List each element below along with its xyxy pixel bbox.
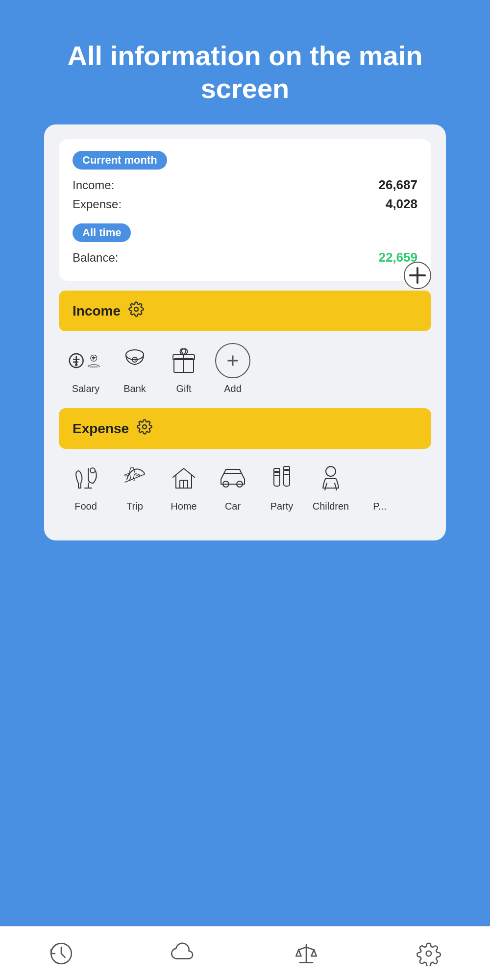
expense-item-party[interactable]: Party	[260, 461, 304, 512]
income-section-header: Income	[59, 291, 431, 331]
expense-label: Expense:	[73, 197, 122, 211]
food-icon	[68, 461, 103, 496]
income-value: 26,687	[378, 177, 417, 193]
svg-point-4	[75, 364, 77, 366]
svg-line-34	[325, 483, 327, 490]
party-label: Party	[270, 501, 294, 512]
svg-point-2	[134, 307, 138, 311]
svg-rect-27	[274, 471, 280, 486]
nav-settings[interactable]	[416, 941, 441, 966]
expense-gear-icon[interactable]	[137, 419, 152, 438]
bottom-nav	[0, 926, 490, 980]
income-label: Income:	[73, 178, 114, 192]
svg-point-33	[326, 466, 336, 476]
nav-history[interactable]	[49, 941, 74, 966]
gift-icon	[166, 343, 201, 378]
main-card: Current month Income: 26,687 Expense: 4,…	[44, 124, 446, 540]
nav-cloud[interactable]	[171, 941, 196, 966]
expense-item-children[interactable]: Children	[309, 461, 353, 512]
expense-item-food[interactable]: Food	[64, 461, 108, 512]
income-item-gift[interactable]: Gift	[162, 343, 206, 394]
balance-row: Balance: 22,659	[73, 250, 417, 265]
expense-section-title: Expense	[73, 421, 129, 437]
balance-label: Balance:	[73, 251, 118, 265]
svg-rect-29	[284, 469, 290, 486]
home-icon	[166, 461, 201, 496]
summary-card: Current month Income: 26,687 Expense: 4,…	[59, 139, 431, 281]
gift-label: Gift	[176, 383, 191, 394]
expense-item-trip[interactable]: Trip	[113, 461, 157, 512]
income-item-bank[interactable]: $ Bank	[113, 343, 157, 394]
children-icon	[313, 461, 348, 496]
bank-label: Bank	[123, 383, 146, 394]
hero-title: All information on the main screen	[0, 0, 490, 124]
expense-value: 4,028	[386, 196, 417, 212]
car-label: Car	[225, 501, 241, 512]
expense-items-row: Food Trip	[59, 461, 431, 512]
income-add-icon[interactable]	[215, 343, 250, 378]
food-label: Food	[74, 501, 97, 512]
home-label: Home	[171, 501, 196, 512]
svg-point-18	[143, 425, 147, 429]
add-button[interactable]	[404, 262, 431, 289]
svg-point-39	[426, 951, 431, 956]
expense-item-car[interactable]: Car	[211, 461, 255, 512]
bank-icon: $	[117, 343, 152, 378]
more-label: P...	[373, 501, 386, 512]
svg-line-35	[335, 483, 337, 490]
income-section-title: Income	[73, 303, 121, 319]
children-label: Children	[313, 501, 349, 512]
income-item-add[interactable]: Add	[211, 343, 255, 394]
salary-label: Salary	[72, 383, 100, 394]
expense-item-home[interactable]: Home	[162, 461, 206, 512]
income-row: Income: 26,687	[73, 177, 417, 193]
income-items-row: Salary $ Bank	[59, 343, 431, 394]
expense-item-more[interactable]: P...	[358, 461, 402, 512]
all-time-badge: All time	[73, 223, 131, 242]
salary-icon	[68, 343, 103, 378]
nav-balance[interactable]	[294, 941, 319, 966]
current-month-badge: Current month	[73, 151, 167, 170]
trip-icon	[117, 461, 152, 496]
income-item-salary[interactable]: Salary	[64, 343, 108, 394]
add-income-label: Add	[224, 383, 242, 394]
svg-text:$: $	[134, 358, 136, 362]
trip-label: Trip	[126, 501, 143, 512]
svg-point-21	[90, 468, 95, 473]
expense-section-header: Expense	[59, 408, 431, 449]
income-gear-icon[interactable]	[128, 301, 144, 320]
more-icon	[362, 461, 397, 496]
expense-row: Expense: 4,028	[73, 196, 417, 212]
car-icon	[215, 461, 250, 496]
party-icon	[264, 461, 299, 496]
